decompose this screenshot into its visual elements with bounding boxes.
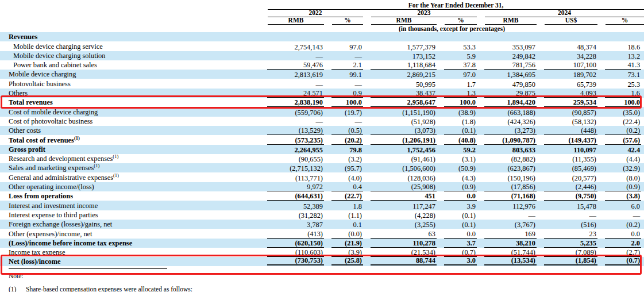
cell-value: (8.0): [605, 174, 641, 182]
cell-value: (3.1): [444, 155, 477, 163]
row-label: Mobile device charging service: [0, 43, 260, 51]
cell-value: (25.8): [331, 257, 363, 266]
cell-value: 97.0: [444, 71, 477, 79]
cell-value: 0.1: [331, 221, 363, 229]
cell-value: (2.7): [605, 248, 641, 257]
cell-value: (13,529): [267, 126, 324, 135]
row-label: Photovoltaic business: [0, 80, 260, 89]
unit-header: %: [445, 17, 477, 25]
cell-value: 99.1: [331, 71, 363, 79]
row-label: Loss from operations: [0, 192, 260, 201]
cell-value: 38,210: [484, 239, 537, 248]
cell-value: (0.2): [605, 221, 641, 229]
row-label: Gross profit: [0, 145, 260, 154]
unit-header-row: RMB%RMB%RMBUS$%: [0, 17, 644, 25]
table-row: Others24,5710.938,4371.329,8754,0931.6: [0, 89, 644, 98]
cell-value: 41.3: [605, 61, 641, 70]
row-label: Cost of photovoltaic business: [0, 117, 260, 126]
table-row: Total cost of revenues(1)(573,235)(20.2)…: [0, 135, 644, 144]
cell-value: 18.6: [605, 43, 641, 51]
row-label: Other operating income/(loss): [0, 183, 260, 191]
cell-value: (0.0): [331, 230, 363, 239]
cell-value: (0.9): [605, 183, 641, 191]
cell-value: (149,437): [544, 136, 597, 145]
note-separator-line: [9, 268, 167, 269]
unit-header: RMB: [485, 17, 537, 25]
table-row: Photovoltaic business——50,9951.7479,8506…: [0, 79, 644, 88]
cell-value: (644,631): [267, 192, 324, 201]
row-label: Net (loss)/income: [0, 258, 260, 266]
cell-value: 4,093: [544, 89, 597, 98]
cell-value: 1,384,695: [484, 71, 537, 79]
table-row: Revenues: [0, 32, 644, 41]
cell-value: (620,150): [267, 239, 324, 248]
cell-value: (128,036): [371, 174, 437, 182]
cell-value: (448): [544, 126, 597, 135]
measure-note: (in thousands, except for percentages): [260, 25, 644, 32]
cell-value: 3.7: [444, 239, 477, 248]
cell-value: (31,282): [267, 212, 324, 220]
cell-value: 1.8: [331, 202, 363, 210]
cell-value: (25,908): [371, 183, 437, 191]
financial-statement-page: For the Year Ended December 31, 20222023…: [0, 0, 644, 292]
row-label: Sales and marketing expenses(1): [0, 164, 260, 172]
cell-value: 59,476: [267, 61, 324, 70]
table-row: Sales and marketing expenses(1)(2,715,13…: [0, 163, 644, 172]
cell-value: 100.0: [331, 98, 363, 107]
cell-value: —: [331, 118, 363, 126]
cell-value: —: [605, 212, 641, 220]
cell-value: (424,326): [484, 118, 537, 126]
table-row: Loss from operations(644,631)(22.7)4510.…: [0, 191, 644, 201]
cell-value: 23: [544, 230, 597, 239]
footnote-reference: (1): [113, 172, 119, 178]
cell-value: (1,506,600): [371, 164, 437, 172]
unit-header: RMB: [371, 17, 437, 25]
cell-value: (85,469): [544, 164, 597, 172]
cell-value: (0.7): [605, 257, 641, 266]
row-label: Cost of mobile device charging: [0, 108, 260, 117]
note-label: Note:: [9, 272, 644, 280]
cell-value: 88,744: [371, 257, 437, 266]
cell-value: 479,850: [484, 80, 537, 89]
cell-value: (1,854): [544, 257, 597, 266]
cell-value: 3,787: [267, 221, 324, 229]
table-body: RevenuesMobile device charging service2,…: [0, 32, 644, 266]
cell-value: (573,235): [267, 136, 324, 145]
cell-value: 38,437: [371, 89, 437, 98]
cell-value: (0.1): [444, 126, 477, 135]
table-row: Research and development expenses(1)(90,…: [0, 154, 644, 163]
table-row: Cost of photovoltaic business——(51,928)(…: [0, 117, 644, 126]
cell-value: 1.7: [444, 80, 477, 89]
cell-value: (90,857): [544, 109, 597, 117]
unit-header: %: [606, 17, 644, 25]
row-label: Income tax expense: [0, 248, 260, 257]
header-spacer: [0, 2, 260, 10]
cell-value: 173,152: [371, 52, 437, 60]
cell-value: 2.1: [331, 61, 363, 70]
cell-value: (0.9): [444, 183, 477, 191]
row-label: Total cost of revenues(1): [0, 136, 260, 145]
table-row: Other (expenses)/income, net(413)(0.0)63…: [0, 229, 644, 238]
cell-value: (21.9): [331, 239, 363, 248]
cell-value: (38.9): [444, 109, 477, 117]
row-label: Interest and investment income: [0, 202, 260, 210]
cell-value: 42.4: [605, 146, 641, 154]
footnote-reference: (1): [94, 163, 99, 168]
cell-value: (4.4): [605, 155, 641, 163]
cell-value: 110,097: [544, 146, 597, 154]
table-row: Power bank and cabinet sales59,4762.11,1…: [0, 60, 644, 70]
cell-value: 52,389: [267, 202, 324, 210]
table-row: Mobile device charging service2,754,1439…: [0, 41, 644, 51]
cell-value: 97.0: [331, 43, 363, 51]
table-row: Mobile device charging2,813,61999.12,869…: [0, 70, 644, 79]
cell-value: 451: [371, 192, 437, 201]
row-label: Other (expenses)/income, net: [0, 230, 260, 239]
cell-value: 25.3: [605, 80, 641, 89]
cell-value: 249,842: [484, 52, 537, 60]
cell-value: 34,228: [544, 52, 597, 60]
cell-value: 9,972: [267, 183, 324, 191]
table-row: (Loss)/income before income tax expense(…: [0, 239, 644, 248]
table-row: Income tax expense(110,603)(3.9)(21,534)…: [0, 248, 644, 257]
table-row: Other costs(13,529)(0.5)(3,073)(0.1)(3,2…: [0, 126, 644, 135]
cell-value: 100.0: [605, 98, 641, 107]
